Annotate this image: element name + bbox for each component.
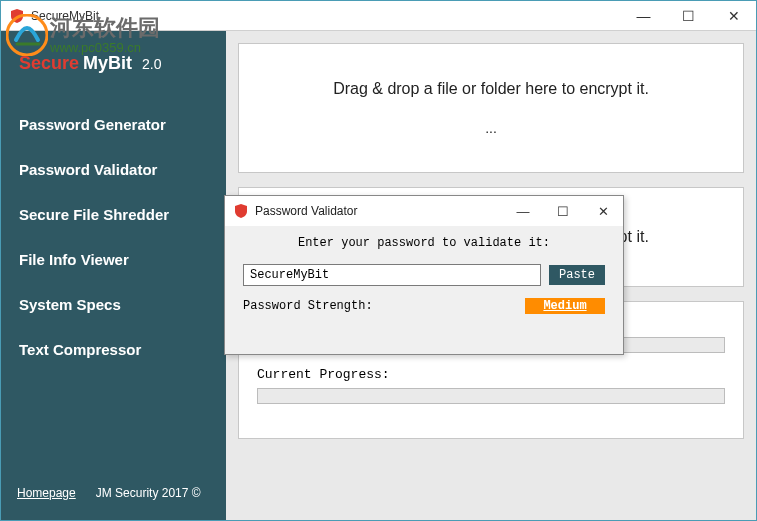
password-input[interactable]	[243, 264, 541, 286]
dialog-prompt: Enter your password to validate it:	[243, 236, 605, 250]
main-titlebar: SecureMyBit — ☐ ✕	[1, 1, 756, 31]
dialog-app-icon	[233, 203, 249, 219]
copyright-text: JM Security 2017 ©	[96, 486, 201, 500]
encrypt-dropzone-dots: ...	[485, 120, 497, 136]
strength-label: Password Strength:	[243, 299, 373, 313]
window-controls: — ☐ ✕	[621, 1, 756, 31]
strength-badge: Medium	[525, 298, 605, 314]
encrypt-dropzone[interactable]: Drag & drop a file or folder here to enc…	[238, 43, 744, 173]
current-progress-label: Current Progress:	[257, 367, 725, 382]
dialog-body: Enter your password to validate it: Past…	[225, 226, 623, 324]
close-button[interactable]: ✕	[711, 1, 756, 31]
brand-mybit: MyBit	[83, 53, 132, 73]
dialog-minimize-button[interactable]: —	[503, 196, 543, 226]
maximize-button[interactable]: ☐	[666, 1, 711, 31]
dialog-input-row: Paste	[243, 264, 605, 286]
homepage-link[interactable]: Homepage	[17, 486, 76, 500]
brand-version: 2.0	[142, 56, 161, 72]
brand-secure: Secure	[19, 53, 79, 73]
sidebar-item-text-compressor[interactable]: Text Compressor	[1, 327, 226, 372]
sidebar-item-password-generator[interactable]: Password Generator	[1, 102, 226, 147]
window-title: SecureMyBit	[31, 9, 621, 23]
sidebar-item-secure-file-shredder[interactable]: Secure File Shredder	[1, 192, 226, 237]
dialog-close-button[interactable]: ✕	[583, 196, 623, 226]
sidebar: SecureMyBit2.0 Password Generator Passwo…	[1, 31, 226, 520]
current-progress-bar	[257, 388, 725, 404]
dialog-title: Password Validator	[255, 204, 503, 218]
dialog-window-controls: — ☐ ✕	[503, 196, 623, 226]
app-icon	[9, 8, 25, 24]
sidebar-item-file-info-viewer[interactable]: File Info Viewer	[1, 237, 226, 282]
password-validator-dialog: Password Validator — ☐ ✕ Enter your pass…	[224, 195, 624, 355]
brand: SecureMyBit2.0	[1, 43, 226, 102]
strength-row: Password Strength: Medium	[243, 298, 605, 314]
sidebar-item-password-validator[interactable]: Password Validator	[1, 147, 226, 192]
encrypt-dropzone-text: Drag & drop a file or folder here to enc…	[333, 80, 649, 98]
paste-button[interactable]: Paste	[549, 265, 605, 285]
dialog-titlebar: Password Validator — ☐ ✕	[225, 196, 623, 226]
sidebar-footer: Homepage JM Security 2017 ©	[1, 476, 226, 510]
minimize-button[interactable]: —	[621, 1, 666, 31]
dialog-maximize-button[interactable]: ☐	[543, 196, 583, 226]
sidebar-item-system-specs[interactable]: System Specs	[1, 282, 226, 327]
